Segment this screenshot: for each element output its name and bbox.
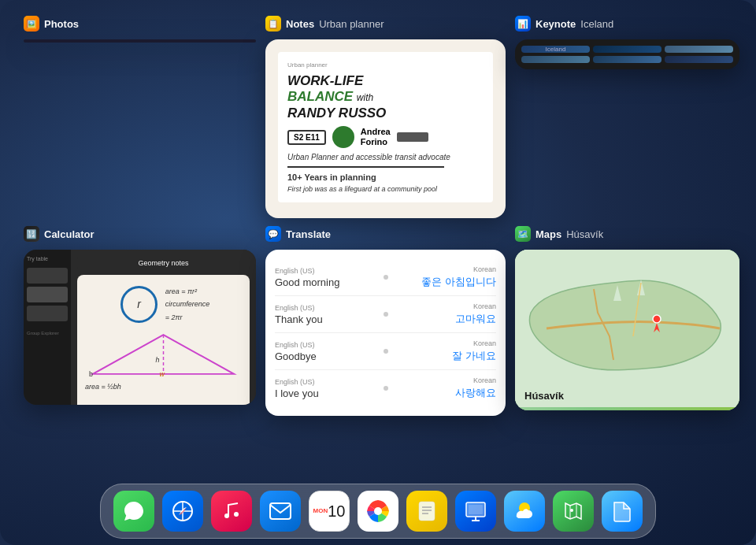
svg-text:b: b bbox=[89, 370, 93, 378]
dock-keynote[interactable] bbox=[455, 491, 496, 532]
svg-text:Húsavík: Húsavík bbox=[524, 390, 565, 402]
keynote-slide-2 bbox=[593, 46, 662, 53]
dock-calendar[interactable]: MON 10 bbox=[309, 491, 350, 532]
keynote-slide-3 bbox=[665, 46, 733, 53]
translate-title-label: Translate bbox=[286, 228, 331, 240]
photos-app-icon: 🖼️ bbox=[24, 16, 39, 32]
dock-messages[interactable] bbox=[113, 491, 154, 532]
photos-grid bbox=[24, 39, 256, 43]
calculator-label: 🔢 Calculator bbox=[24, 226, 94, 242]
notes-app-icon: 📋 bbox=[265, 16, 281, 32]
circle-svg: r bbox=[117, 283, 161, 326]
translate-row-2: English (US) Thank you Korean 고마워요 bbox=[275, 296, 496, 333]
svg-text:h: h bbox=[156, 356, 160, 364]
dock-maps[interactable] bbox=[553, 491, 594, 532]
notes-subtitle-label: Urban planner bbox=[319, 18, 384, 30]
notes-label: 📋 Notes Urban planner bbox=[265, 16, 384, 32]
notes-footer: First job was as a lifeguard at a commun… bbox=[287, 185, 484, 193]
translate-card[interactable]: English (US) Good morning Korean 좋은 아침입니… bbox=[265, 250, 506, 416]
keynote-cell[interactable]: 📊 Keynote Iceland Iceland bbox=[515, 39, 739, 240]
notes-title-label: Notes bbox=[286, 18, 314, 30]
dock-weather[interactable] bbox=[504, 491, 545, 532]
keynote-app-icon: 📊 bbox=[515, 16, 531, 32]
calculator-title-label: Calculator bbox=[44, 228, 94, 240]
dock-safari[interactable] bbox=[162, 491, 203, 532]
calc-main: Geometry notes r area = πr²circumference… bbox=[71, 250, 256, 405]
maps-cell[interactable]: 🗺️ Maps Húsavík bbox=[515, 250, 739, 450]
calc-sidebar: Try table Group Explorer bbox=[24, 250, 71, 405]
dock-mail[interactable] bbox=[260, 491, 301, 532]
calculator-app-icon: 🔢 bbox=[24, 226, 39, 242]
maps-subtitle-label: Húsavík bbox=[566, 228, 603, 240]
calc-notes-area: r area = πr²circumference= 2πr h w b bbox=[77, 275, 250, 405]
keynote-label: 📊 Keynote Iceland bbox=[515, 16, 613, 32]
dock: MON 10 bbox=[100, 484, 656, 539]
svg-point-18 bbox=[374, 507, 382, 515]
svg-rect-17 bbox=[270, 503, 291, 519]
keynote-subtitle-label: Iceland bbox=[580, 18, 613, 30]
translate-label: 💬 Translate bbox=[265, 226, 331, 242]
calendar-day: MON bbox=[313, 507, 328, 515]
photos-label: 🖼️ Photos bbox=[24, 16, 79, 32]
svg-rect-24 bbox=[469, 505, 483, 514]
maps-content: Húsavík bbox=[515, 250, 739, 410]
notes-card[interactable]: Urban planner WORK-LIFEBALANCE withRANDY… bbox=[265, 39, 506, 218]
maps-title-label: Maps bbox=[536, 228, 561, 240]
notes-document-title: Urban planner bbox=[287, 61, 484, 69]
calendar-date: 10 bbox=[328, 503, 345, 519]
translate-app-icon: 💬 bbox=[265, 226, 281, 242]
notes-description: Urban Planner and accessible transit adv… bbox=[287, 153, 484, 161]
svg-text:r: r bbox=[137, 298, 142, 310]
calculator-card[interactable]: Try table Group Explorer Geometry notes … bbox=[24, 250, 256, 405]
dock-notes[interactable] bbox=[406, 491, 447, 532]
dock-photos[interactable] bbox=[358, 491, 398, 532]
maps-app-icon: 🗺️ bbox=[515, 226, 531, 242]
keynote-slide-4 bbox=[521, 56, 590, 63]
notes-years: 10+ Years in planning bbox=[287, 172, 484, 182]
maps-card[interactable]: Húsavík bbox=[515, 250, 739, 410]
photos-rainbow-icon bbox=[365, 498, 391, 525]
translate-row-4: English (US) I love you Korean 사랑해요 bbox=[275, 370, 496, 406]
translate-cell[interactable]: 💬 Translate English (US) Good morning Ko… bbox=[265, 250, 506, 450]
calculator-cell[interactable]: 🔢 Calculator Try table Group Explorer Ge… bbox=[24, 250, 256, 450]
calc-content: Try table Group Explorer Geometry notes … bbox=[24, 250, 256, 405]
dock-files[interactable] bbox=[602, 491, 643, 532]
keynote-slide-6 bbox=[665, 56, 733, 63]
keynote-title-label: Keynote bbox=[536, 18, 576, 30]
notes-content: Urban planner WORK-LIFEBALANCE withRANDY… bbox=[265, 39, 506, 218]
calc-formulas: area = πr²circumference= 2πr bbox=[165, 285, 210, 324]
map-svg: Húsavík bbox=[515, 250, 739, 407]
maps-label: 🗺️ Maps Húsavík bbox=[515, 226, 603, 242]
notes-person: AndreaForino bbox=[361, 127, 391, 147]
svg-point-8 bbox=[653, 315, 661, 323]
dock-music[interactable] bbox=[211, 491, 252, 532]
translate-content: English (US) Good morning Korean 좋은 아침입니… bbox=[265, 250, 506, 416]
photos-card[interactable] bbox=[24, 39, 256, 43]
photos-title: Photos bbox=[44, 18, 79, 30]
notes-episode-row: S2 E11 AndreaForino bbox=[287, 126, 484, 148]
translate-row-1: English (US) Good morning Korean 좋은 아침입니… bbox=[275, 259, 496, 296]
keynote-slide-5 bbox=[593, 56, 662, 63]
triangle-svg: h w b bbox=[85, 331, 242, 378]
keynote-slide-1: Iceland bbox=[521, 46, 590, 53]
calc-area-formula: area = ½bh bbox=[85, 383, 242, 391]
svg-rect-19 bbox=[419, 502, 435, 521]
notes-cell[interactable]: 📋 Notes Urban planner Urban planner WORK… bbox=[265, 39, 506, 240]
svg-point-16 bbox=[234, 512, 239, 517]
photos-cell[interactable]: 🖼️ Photos bbox=[24, 39, 256, 240]
svg-point-30 bbox=[570, 509, 573, 512]
notes-headline: WORK-LIFEBALANCE withRANDY RUSSO bbox=[287, 73, 484, 121]
keynote-grid: Iceland bbox=[515, 39, 739, 69]
keynote-card[interactable]: Iceland bbox=[515, 39, 739, 69]
svg-point-15 bbox=[224, 513, 229, 518]
notes-divider-line bbox=[287, 166, 444, 168]
app-grid: 🖼️ Photos 📋 Notes Urba bbox=[0, 0, 756, 545]
svg-text:w: w bbox=[160, 370, 165, 378]
translate-row-3: English (US) Goodbye Korean 잘 가네요 bbox=[275, 333, 496, 370]
